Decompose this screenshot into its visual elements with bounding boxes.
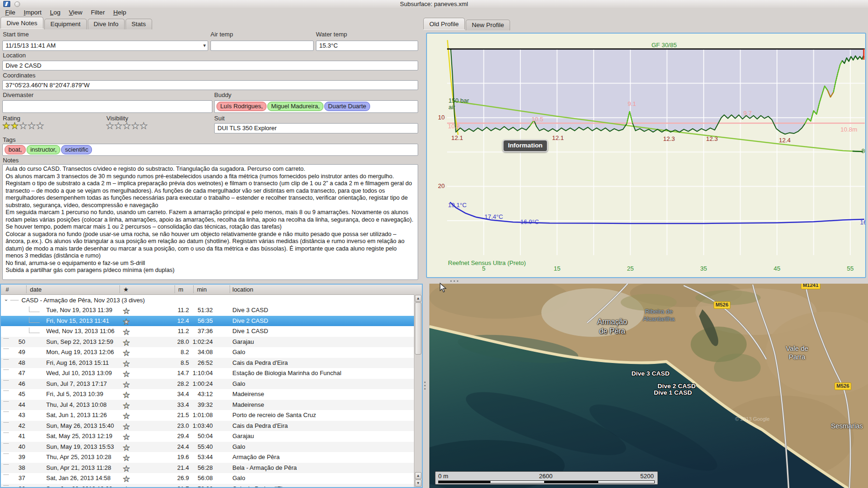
star-icon[interactable]: ★ [2,121,11,131]
air-temp-field[interactable] [210,41,314,51]
tab-stats[interactable]: Stats [126,19,152,29]
dive-row[interactable]: 39Thu, Apr 25, 2013 10:28★★★★★19.653:44A… [1,452,414,463]
notes-textarea[interactable]: Aula do curso CASD. Transectos c/video e… [2,164,418,280]
trip-group-row[interactable]: ⌄ CASD - Armação de Pêra, Nov 2013 (3 di… [1,295,414,305]
tab-new-profile[interactable]: New Profile [466,20,510,30]
dive-list-header[interactable]: #date★mminlocation [1,285,422,295]
chevron-down-icon[interactable]: ▾ [203,42,206,49]
visibility-stars[interactable]: ★★★★★ [106,120,148,131]
star-icon[interactable]: ★ [123,423,129,431]
suit-field[interactable]: DUI TLS 350 Explorer [214,123,418,133]
star-icon[interactable]: ★ [123,339,129,347]
star-icon[interactable]: ★ [36,121,44,131]
dive-row[interactable]: 46Sun, Jul 7, 2013 17:17★★★★★28.21:00:24… [1,379,414,390]
left-tab-bar: Dive NotesEquipmentDive InfoStats [0,17,153,29]
menu-view[interactable]: View [65,8,87,17]
menu-log[interactable]: Log [46,8,65,17]
star-icon[interactable]: ★ [123,486,129,488]
star-icon[interactable]: ★ [123,412,129,420]
rating-stars[interactable]: ★★★★★ [2,120,44,131]
svg-text:9.1: 9.1 [628,100,636,107]
menu-help[interactable]: Help [109,8,131,17]
dive-row[interactable]: 43Sat, Jun 1, 2013 11:26★★★★★21.51:01:08… [1,410,414,421]
dive-row[interactable]: Fri, Nov 15, 2013 11:41★★★★★12.456:35Div… [1,316,414,327]
star-icon[interactable]: ★ [123,444,129,452]
dive-row[interactable]: 44Thu, Jul 4, 2013 10:08★★★★★33.439:32Ma… [1,400,414,411]
dive-row[interactable]: 42Sun, May 26, 2013 15:40★★★★★23.01:03:4… [1,421,414,432]
horizontal-splitter[interactable] [426,278,868,284]
scroll-up-icon[interactable]: ▲ [415,295,421,302]
scroll-down-icon[interactable]: ▼ [415,480,421,487]
star-icon[interactable]: ★ [123,360,129,368]
menu-filter[interactable]: Filter [87,8,109,17]
menu-file[interactable]: File [1,8,20,17]
chip-instructor[interactable]: instructor, [27,145,60,154]
dive-row[interactable]: 37Sat, Jan 26, 2013 14:58★★★★★26.956:08G… [1,473,414,484]
star-icon[interactable]: ★ [19,121,28,131]
star-icon[interactable]: ★ [123,307,129,315]
star-icon[interactable]: ★ [131,121,140,131]
star-icon[interactable]: ★ [140,121,148,131]
dive-row[interactable]: 48Fri, Aug 16, 2013 15:11★★★★★8.526:52Ca… [1,358,414,369]
dive-profile-chart[interactable]: 515253545551020GF 30/85150 barair10.812.… [426,33,866,278]
menu-import[interactable]: Import [20,8,46,17]
tab-equipment[interactable]: Equipment [44,19,87,29]
column-header-date[interactable]: date [30,286,42,293]
star-icon[interactable]: ★ [123,475,129,483]
tags-field[interactable]: boat,instructor,scientific [2,144,418,156]
buddy-field[interactable]: Luís Rodrigues,Miguel Madureira,Duarte D… [214,100,418,113]
star-icon[interactable]: ★ [114,121,123,131]
dive-row[interactable]: 45Fri, Jul 5, 2013 10:39★★★★★34.443:12Ma… [1,389,414,400]
tab-old-profile[interactable]: Old Profile [423,18,465,29]
dive-row[interactable]: 49Mon, Aug 19, 2013 12:06★★★★★8.234:08Ga… [1,347,414,358]
dive-row[interactable]: 47Wed, Jul 10, 2013 13:09★★★★★14.71:10:0… [1,368,414,379]
star-icon[interactable]: ★ [123,433,129,441]
coordinates-field[interactable]: 37°05'23.460"N 8°20'47.879"W [2,80,418,90]
dive-row[interactable]: 36Sun, Jan 20, 2013 12:33★★★★★21.758:36C… [1,484,414,488]
information-button[interactable]: Information [503,139,548,152]
scroll-up2-icon[interactable]: ▲ [415,472,421,479]
water-temp-field[interactable]: 15.3°C [316,41,418,51]
dive-row[interactable]: 50Sun, Sep 22, 2013 12:59★★★★★28.01:02:2… [1,337,414,348]
star-icon[interactable]: ★ [123,370,129,378]
star-icon[interactable]: ★ [123,391,129,399]
dive-list-scrollbar[interactable]: ▲ ▲ ▼ [414,294,422,487]
chip-boat[interactable]: boat, [5,145,26,154]
column-header-min[interactable]: min [197,286,207,293]
chip-luís-rodrigues[interactable]: Luís Rodrigues, [217,102,266,111]
dive-row[interactable]: Wed, Nov 13, 2013 11:06★★★★★11.237:36Div… [1,326,414,337]
dive-row[interactable]: Tue, Nov 19, 2013 11:39★★★★★11.251:32Div… [1,305,414,316]
dive-row[interactable]: 41Sat, May 25, 2013 12:19★★★★★29.450:04G… [1,431,414,442]
star-icon[interactable]: ★ [123,381,129,389]
chip-duarte-duarte[interactable]: Duarte Duarte [324,102,370,111]
tab-dive-notes[interactable]: Dive Notes [0,17,43,28]
road-badge-m1241: M1241 [801,284,820,289]
star-icon[interactable]: ★ [11,121,19,131]
column-header-location[interactable]: location [232,286,253,293]
scrollbar-thumb[interactable] [415,302,421,355]
chip-scientific[interactable]: scientific [61,145,92,154]
dive-row[interactable]: 40Sun, May 19, 2013 15:53★★★★★24.455:40G… [1,442,414,453]
collapse-caret-icon[interactable]: ⌄ [4,296,8,302]
star-icon[interactable]: ★ [123,121,131,131]
star-icon[interactable]: ★ [123,454,129,462]
column-header-m[interactable]: m [178,286,183,293]
star-icon[interactable]: ★ [123,465,129,473]
map-view[interactable]: Armação de PêraRibeira de AlcantarilhaVa… [429,284,868,488]
chip-miguel-madureira[interactable]: Miguel Madureira, [267,102,323,111]
svg-text:12.3: 12.3 [663,135,675,142]
star-icon[interactable]: ★ [123,349,129,357]
divemaster-field[interactable] [2,100,212,113]
location-field[interactable]: Dive 2 CASD [2,61,418,70]
dive-row[interactable]: 38Sun, Apr 21, 2013 11:28★★★★★21.456:28B… [1,463,414,474]
star-icon[interactable]: ★ [123,402,129,410]
column-header-stars[interactable]: ★ [123,286,129,293]
tab-dive-info[interactable]: Dive Info [88,19,125,29]
star-icon[interactable]: ★ [123,318,129,326]
star-icon[interactable]: ★ [106,121,114,131]
window-title: Subsurface: paneves.xml [0,0,868,7]
column-header-num[interactable]: # [6,286,9,293]
star-icon[interactable]: ★ [28,121,36,131]
star-icon[interactable]: ★ [123,328,129,336]
start-time-combobox[interactable]: 11/15/13 11:41 AM▾ [2,41,208,51]
